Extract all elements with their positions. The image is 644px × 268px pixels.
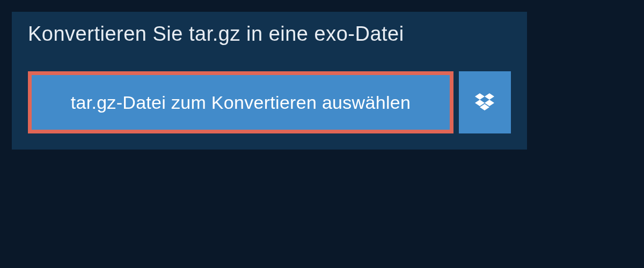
select-file-button[interactable]: tar.gz-Datei zum Konvertieren auswählen: [28, 71, 453, 133]
svg-marker-1: [485, 93, 494, 100]
action-row: tar.gz-Datei zum Konvertieren auswählen: [12, 56, 527, 150]
page-title: Konvertieren Sie tar.gz in eine exo-Date…: [28, 23, 404, 45]
title-bar: Konvertieren Sie tar.gz in eine exo-Date…: [12, 12, 423, 56]
converter-card: Konvertieren Sie tar.gz in eine exo-Date…: [12, 12, 527, 150]
dropbox-button[interactable]: [459, 71, 511, 133]
svg-marker-0: [475, 93, 485, 100]
dropbox-icon: [474, 92, 495, 113]
select-file-label: tar.gz-Datei zum Konvertieren auswählen: [71, 92, 411, 113]
